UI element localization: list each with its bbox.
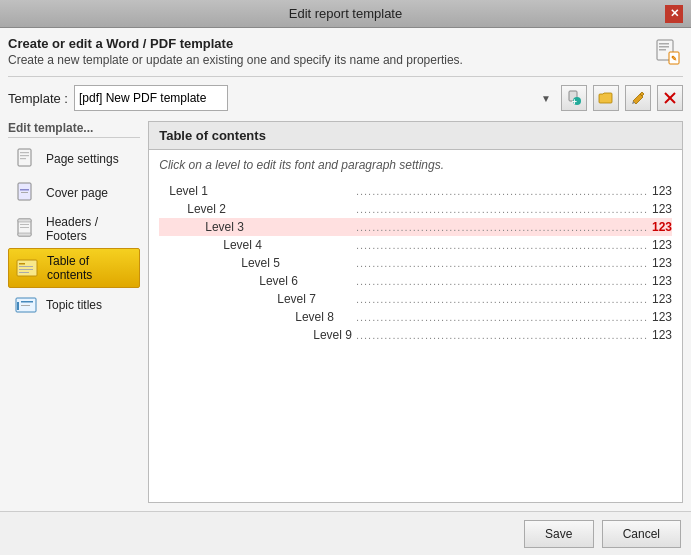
- toc-level-dots: ........................................…: [352, 236, 652, 254]
- svg-rect-23: [17, 260, 37, 276]
- sidebar-item-topic-titles-label: Topic titles: [46, 298, 102, 312]
- svg-rect-27: [19, 272, 29, 273]
- main-content-panel: Table of contents Click on a level to ed…: [148, 121, 683, 503]
- sidebar-item-headers-footers-label: Headers / Footers: [46, 215, 134, 243]
- svg-rect-30: [21, 301, 33, 303]
- toc-level-row[interactable]: Level 7 ................................…: [159, 290, 672, 308]
- svg-rect-15: [18, 183, 31, 200]
- svg-rect-17: [21, 192, 28, 193]
- svg-rect-22: [20, 227, 29, 228]
- svg-rect-26: [19, 269, 33, 270]
- edit-template-button[interactable]: [625, 85, 651, 111]
- toc-level-row[interactable]: Level 1 ................................…: [159, 182, 672, 200]
- toc-level-label: Level 6: [159, 272, 352, 290]
- svg-text:+: +: [572, 97, 577, 107]
- sidebar-item-cover-page[interactable]: Cover page: [8, 176, 140, 210]
- sidebar-item-topic-titles[interactable]: Topic titles: [8, 288, 140, 322]
- toc-level-dots: ........................................…: [352, 218, 652, 236]
- folder-icon: [598, 90, 614, 106]
- svg-rect-31: [21, 305, 30, 306]
- svg-text:✎: ✎: [671, 55, 677, 62]
- toc-level-row[interactable]: Level 6 ................................…: [159, 272, 672, 290]
- toc-level-label: Level 7: [159, 290, 352, 308]
- toc-level-page: 123: [652, 254, 672, 272]
- header-text: Create or edit a Word / PDF template Cre…: [8, 36, 463, 67]
- table-of-contents-icon: [15, 256, 39, 280]
- svg-rect-21: [20, 224, 29, 225]
- add-icon: +: [566, 90, 582, 106]
- sidebar-item-page-settings-label: Page settings: [46, 152, 119, 166]
- toc-level-row[interactable]: Level 9 ................................…: [159, 326, 672, 344]
- toc-level-dots: ........................................…: [352, 254, 652, 272]
- toc-level-row[interactable]: Level 5 ................................…: [159, 254, 672, 272]
- toc-panel-body: Click on a level to edit its font and pa…: [149, 150, 682, 502]
- sidebar-item-table-of-contents[interactable]: Table of contents: [8, 248, 140, 288]
- template-select[interactable]: [pdf] New PDF template: [74, 85, 228, 111]
- sidebar-item-page-settings[interactable]: Page settings: [8, 142, 140, 176]
- svg-rect-2: [659, 46, 669, 48]
- template-row: Template : [pdf] New PDF template ▼ +: [8, 85, 683, 111]
- title-bar: Edit report template ✕: [0, 0, 691, 28]
- toc-level-dots: ........................................…: [352, 326, 652, 344]
- toc-hint: Click on a level to edit its font and pa…: [159, 158, 672, 172]
- sidebar-title: Edit template...: [8, 121, 140, 138]
- toc-level-row[interactable]: Level 3 ................................…: [159, 218, 672, 236]
- save-button[interactable]: Save: [524, 520, 594, 548]
- toc-level-page: 123: [652, 218, 672, 236]
- toc-level-label: Level 8: [159, 308, 352, 326]
- select-arrow-icon: ▼: [541, 93, 551, 104]
- svg-rect-13: [20, 155, 29, 156]
- template-icon: ✎: [651, 36, 683, 68]
- toc-level-page: 123: [652, 236, 672, 254]
- sidebar: Edit template... Page settings: [8, 121, 148, 503]
- toc-level-row[interactable]: Level 4 ................................…: [159, 236, 672, 254]
- toc-level-label: Level 1: [159, 182, 352, 200]
- edit-icon: [630, 90, 646, 106]
- close-button[interactable]: ✕: [665, 5, 683, 23]
- sidebar-item-cover-page-label: Cover page: [46, 186, 108, 200]
- cover-page-icon: [14, 181, 38, 205]
- sidebar-item-toc-label: Table of contents: [47, 254, 133, 282]
- svg-rect-25: [19, 266, 33, 267]
- svg-rect-19: [18, 219, 31, 222]
- svg-rect-16: [20, 189, 29, 191]
- header-title: Create or edit a Word / PDF template: [8, 36, 463, 51]
- toc-level-page: 123: [652, 290, 672, 308]
- toc-level-row[interactable]: Level 8 ................................…: [159, 308, 672, 326]
- toc-level-label: Level 4: [159, 236, 352, 254]
- delete-template-button[interactable]: [657, 85, 683, 111]
- template-label: Template :: [8, 91, 68, 106]
- toc-level-row[interactable]: Level 2 ................................…: [159, 200, 672, 218]
- svg-rect-3: [659, 49, 666, 51]
- svg-rect-20: [18, 233, 31, 236]
- toc-panel-header: Table of contents: [149, 122, 682, 150]
- delete-icon: [662, 90, 678, 106]
- sidebar-item-headers-footers[interactable]: Headers / Footers: [8, 210, 140, 248]
- word-pdf-icon: ✎: [653, 38, 681, 66]
- svg-rect-24: [19, 263, 25, 265]
- footer: Save Cancel: [0, 511, 691, 555]
- svg-rect-12: [20, 152, 29, 153]
- cancel-button[interactable]: Cancel: [602, 520, 681, 548]
- toc-level-label: Level 5: [159, 254, 352, 272]
- dialog-content: Create or edit a Word / PDF template Cre…: [0, 28, 691, 511]
- toc-level-dots: ........................................…: [352, 290, 652, 308]
- open-template-button[interactable]: [593, 85, 619, 111]
- toc-level-dots: ........................................…: [352, 272, 652, 290]
- add-template-button[interactable]: +: [561, 85, 587, 111]
- toc-level-dots: ........................................…: [352, 182, 652, 200]
- dialog-title: Edit report template: [26, 6, 665, 21]
- toc-level-page: 123: [652, 308, 672, 326]
- body-section: Edit template... Page settings: [8, 121, 683, 503]
- toc-level-dots: ........................................…: [352, 200, 652, 218]
- headers-footers-icon: [14, 217, 38, 241]
- header-subtitle: Create a new template or update an exist…: [8, 53, 463, 67]
- toc-level-label: Level 9: [159, 326, 352, 344]
- toc-level-label: Level 3: [159, 218, 352, 236]
- topic-titles-icon: [14, 293, 38, 317]
- template-select-wrapper: [pdf] New PDF template ▼: [74, 85, 555, 111]
- toc-level-label: Level 2: [159, 200, 352, 218]
- toc-levels-table: Level 1 ................................…: [159, 182, 672, 344]
- toc-level-dots: ........................................…: [352, 308, 652, 326]
- toc-level-page: 123: [652, 326, 672, 344]
